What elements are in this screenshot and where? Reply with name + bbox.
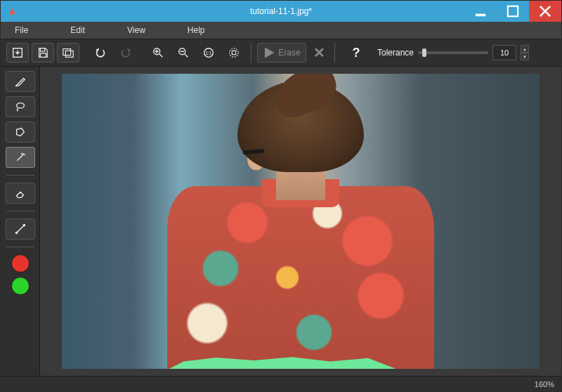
image-subject bbox=[167, 81, 434, 362]
window-title: tutorial-11-1.jpg* bbox=[250, 6, 312, 16]
toolbar: 1:1 Erase ✕ ? Tolerance ▲ ▼ bbox=[1, 39, 561, 67]
line-tool[interactable] bbox=[6, 218, 35, 240]
save-button[interactable] bbox=[32, 43, 54, 63]
image-canvas[interactable] bbox=[62, 74, 540, 369]
svg-line-14 bbox=[17, 226, 23, 233]
tolerance-slider[interactable] bbox=[418, 51, 488, 54]
svg-rect-0 bbox=[476, 14, 485, 17]
canvas-area[interactable] bbox=[40, 67, 561, 376]
cancel-button[interactable]: ✕ bbox=[309, 43, 329, 63]
erase-label: Erase bbox=[278, 48, 300, 58]
help-button[interactable]: ? bbox=[346, 43, 366, 63]
magic-wand-tool[interactable] bbox=[6, 147, 35, 168]
sidebar-separator bbox=[6, 247, 34, 247]
marker-tool[interactable] bbox=[6, 71, 35, 92]
erase-button[interactable]: Erase bbox=[257, 43, 306, 63]
zoom-actual-button[interactable]: 1:1 bbox=[197, 43, 220, 63]
sidebar bbox=[1, 67, 40, 376]
menu-edit[interactable]: Edit bbox=[63, 22, 92, 38]
toolbar-separator bbox=[251, 43, 251, 63]
tolerance-down-button[interactable]: ▼ bbox=[521, 53, 529, 60]
menu-help[interactable]: Help bbox=[181, 22, 212, 38]
tolerance-spinner: ▲ ▼ bbox=[521, 45, 529, 60]
statusbar: 160% bbox=[1, 376, 561, 391]
polygon-tool[interactable] bbox=[6, 122, 35, 143]
svg-rect-3 bbox=[63, 49, 71, 55]
color-green[interactable] bbox=[11, 277, 30, 295]
svg-point-9 bbox=[230, 48, 239, 58]
tolerance-up-button[interactable]: ▲ bbox=[521, 45, 529, 53]
svg-rect-1 bbox=[508, 6, 518, 16]
color-red[interactable] bbox=[11, 254, 30, 273]
maximize-button[interactable] bbox=[497, 1, 529, 22]
eraser-tool[interactable] bbox=[6, 183, 35, 204]
svg-rect-10 bbox=[232, 51, 235, 54]
play-icon bbox=[263, 46, 275, 59]
tolerance-input[interactable] bbox=[492, 45, 516, 60]
menubar: File Edit View Help bbox=[1, 22, 561, 39]
titlebar[interactable]: tutorial-11-1.jpg* bbox=[1, 1, 561, 22]
tolerance-group: Tolerance ▲ ▼ bbox=[377, 45, 529, 60]
compare-button[interactable] bbox=[57, 43, 79, 63]
app-window: tutorial-11-1.jpg* File Edit View Help 1… bbox=[0, 0, 562, 392]
zoom-in-button[interactable] bbox=[147, 43, 169, 63]
close-button[interactable] bbox=[529, 1, 561, 22]
svg-point-11 bbox=[16, 103, 24, 108]
minimize-button[interactable] bbox=[464, 1, 497, 22]
toolbar-separator bbox=[334, 43, 335, 63]
slider-handle[interactable] bbox=[422, 48, 426, 57]
tolerance-label: Tolerance bbox=[377, 48, 414, 58]
save-as-button[interactable] bbox=[6, 43, 29, 63]
undo-button[interactable] bbox=[89, 43, 112, 63]
body-area bbox=[1, 67, 561, 376]
menu-view[interactable]: View bbox=[120, 22, 152, 38]
redo-button[interactable] bbox=[115, 43, 137, 63]
zoom-out-button[interactable] bbox=[172, 43, 195, 63]
svg-text:1:1: 1:1 bbox=[206, 51, 212, 55]
zoom-level: 160% bbox=[535, 380, 554, 388]
zoom-fit-button[interactable] bbox=[223, 43, 245, 63]
lasso-tool[interactable] bbox=[6, 96, 35, 117]
window-controls bbox=[464, 1, 561, 22]
app-icon bbox=[6, 6, 18, 17]
menu-file[interactable]: File bbox=[8, 22, 35, 38]
sidebar-separator bbox=[6, 175, 34, 176]
sidebar-separator bbox=[6, 211, 34, 211]
svg-rect-4 bbox=[65, 51, 73, 57]
